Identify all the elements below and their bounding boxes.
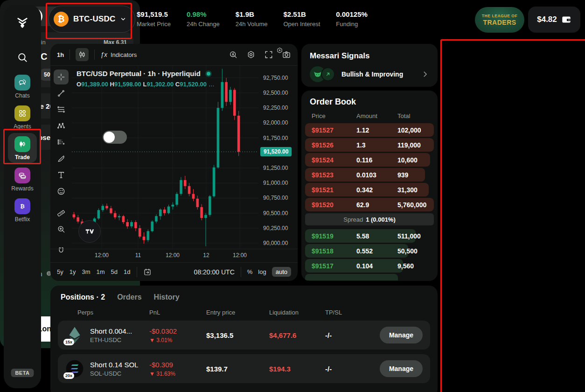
quick-search-button[interactable] [229,50,238,59]
positions-tab-orders[interactable]: Orders [117,293,141,301]
manage-button[interactable]: Manage [380,360,423,377]
messari-title: Messari Signals [310,51,429,61]
crosshair-tool[interactable] [54,70,69,84]
sidebar-item-label: Betflix [4,216,41,223]
scale-mode-percent[interactable]: % [247,268,253,275]
fib-lines-tool[interactable] [54,102,69,117]
annotation-box-trade-panel [440,39,585,392]
stat-value: $91,519.5 [137,10,171,18]
price-cell: $91526 [312,141,356,149]
betflix-icon: ₿ [18,202,27,211]
fx-icon: ƒx [100,51,107,58]
positions-column-pnl: PnL [149,309,206,316]
range-button-1m[interactable]: 1m [97,268,105,275]
positions-column-liquidation: Liquidation [269,309,325,316]
time-axis[interactable]: 12:001112:001212:00 [50,249,298,262]
chart-plot[interactable]: BTC/USD Perpetual · 1h · Hyperliquid O91… [72,66,258,249]
forecast-tool[interactable] [54,135,69,150]
range-button-5d[interactable]: 5d [111,268,118,275]
axis-settings-icon[interactable] [276,47,284,56]
position-title: Short 0.14 SOL [90,361,138,369]
rewards-icon [14,168,30,183]
market-stats: $91,519.5Market Price0.98%24h Change$1.9… [137,10,368,28]
range-button-5y[interactable]: 5y [57,268,63,275]
auto-close-toggle[interactable] [103,131,127,144]
search-icon[interactable] [4,51,41,65]
wallet-balance: $4.82 [537,15,557,24]
order-book-bid-row[interactable]: $915170.1049,560 [305,259,434,273]
trendline-tool[interactable] [54,86,69,101]
indicators-label: Indicators [111,51,137,58]
scale-mode-log[interactable]: log [258,268,266,275]
settings-button[interactable] [246,50,256,59]
order-book-ask-row[interactable]: $9152062.95,760,000 [305,198,434,211]
text-tool[interactable] [54,168,69,182]
xabcd-pattern-tool[interactable] [54,119,69,133]
pnl-cell: -$0.0302▼ 3.01% [149,327,206,343]
range-button-3m[interactable]: 3m [82,268,90,275]
order-book-ask-row[interactable]: $915240.11610,600 [305,153,434,167]
chart-title: BTC/USD Perpetual · 1h · Hyperliquid [77,70,215,77]
candle-style-button[interactable] [76,48,89,61]
total-cell: 119,000 [397,141,427,149]
order-book-ask-row[interactable]: $915271.12102,000 [305,123,434,137]
range-button-1d[interactable]: 1d [124,268,130,275]
positions-tab-positions[interactable]: Positions · 2 [61,293,105,301]
amount-cell: 0.342 [356,186,397,194]
position-row: 15xShort 0.004...ETH-USDC-$0.0302▼ 3.01%… [58,321,430,350]
signal-label: Bullish & Improving [341,70,403,78]
total-cell: 9,560 [397,262,427,270]
order-book-bid-row[interactable]: $915195.58511,000 [305,229,434,243]
ruler-tool[interactable] [54,205,69,220]
price-axis-label: 91,750.00 [263,135,288,141]
order-book-ask-row[interactable]: $915230.0103939 [305,168,434,182]
asset-cell: 15xShort 0.004...ETH-USDC [65,326,149,344]
fullscreen-button[interactable] [264,50,273,59]
position-row: 20xShort 0.14 SOLSOL-USDC-$0.309▼ 31.63%… [58,354,430,383]
brush-tool[interactable] [54,151,69,166]
price-axis[interactable]: 91,520.00 90,000.0090,250.0090,500.0090,… [258,66,298,249]
messari-signal-row[interactable]: Bullish & Improving [310,66,429,82]
league-of-traders-badge[interactable]: THE LEAGUE OF TRADERS [475,7,524,33]
order-book-title: Order Book [310,97,429,107]
beta-badge: BETA [11,369,34,377]
clock[interactable]: 08:20:00 UTC [194,268,235,276]
ruler-icon [56,208,66,217]
trade-icon [18,140,27,149]
sidebar-item-rewards[interactable]: Rewards [4,168,41,192]
sidebar-item-chats[interactable]: Chats [4,75,41,99]
time-axis-label: 12:00 [166,252,180,259]
manage-button[interactable]: Manage [380,327,423,343]
scale-mode-auto[interactable]: auto [272,267,291,277]
chats-icon [18,78,27,87]
market-stat: $1.9B24h Volume [236,10,268,28]
total-cell: 939 [397,171,427,179]
signal-icons [310,66,335,82]
go-to-date-icon[interactable] [143,268,152,276]
asks-list: $915271.12102,000$915261.3119,000$915240… [301,122,438,211]
agents-icon [18,109,27,118]
pair-selector[interactable]: ₿ BTC-USDC [49,6,135,33]
order-book-bid-row[interactable]: $915180.55250,500 [305,244,434,258]
wallet-button[interactable]: $4.82 [528,7,580,33]
positions-tab-history[interactable]: History [154,293,180,301]
interval-button[interactable]: 1h [57,51,64,58]
range-button-1y[interactable]: 1y [70,268,76,275]
svg-text:₿: ₿ [20,203,25,209]
tradingview-logo[interactable] [78,220,101,243]
indicators-button[interactable]: ƒx Indicators [100,51,137,58]
order-book-ask-row[interactable]: $915210.34231,300 [305,183,434,196]
stat-label: Market Price [137,21,171,28]
order-book-cells: $915240.11610,600 [305,153,434,167]
zoom-in-tool[interactable] [54,222,69,237]
emoji-tool[interactable] [54,184,69,199]
price-axis-label: 92,750.00 [263,75,288,81]
order-book-cells: $915210.34231,300 [305,183,434,196]
chart-bottom-toolbar: 5y1y3m1m5d1d 08:20:00 UTC %logauto [50,262,298,281]
order-book-ask-row[interactable]: $915261.3119,000 [305,138,434,152]
tpsl-cell: -/- [325,331,376,339]
sidebar-item-betflix[interactable]: ₿Betflix [4,198,41,223]
sidebar-item-agents[interactable]: Agents [4,105,41,130]
sidebar-item-trade[interactable]: Trade [4,136,41,161]
price-axis-label: 90,000.00 [263,240,288,246]
